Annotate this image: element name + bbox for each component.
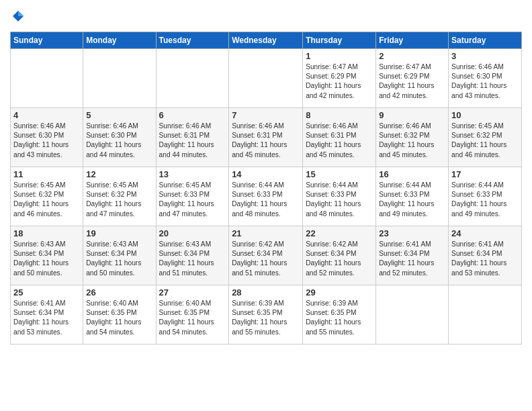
calendar-day-header: Sunday: [11, 32, 83, 48]
calendar-cell: 15Sunrise: 6:44 AM Sunset: 6:33 PM Dayli…: [303, 167, 376, 226]
calendar-cell: 27Sunrise: 6:40 AM Sunset: 6:35 PM Dayli…: [156, 285, 229, 344]
calendar-day-header: Monday: [83, 32, 156, 48]
day-info: Sunrise: 6:42 AM Sunset: 6:34 PM Dayligh…: [306, 240, 373, 278]
day-info: Sunrise: 6:42 AM Sunset: 6:34 PM Dayligh…: [232, 240, 300, 278]
calendar-cell: [83, 48, 156, 107]
day-number: 21: [232, 228, 300, 238]
day-info: Sunrise: 6:45 AM Sunset: 6:32 PM Dayligh…: [13, 181, 80, 219]
day-info: Sunrise: 6:45 AM Sunset: 6:32 PM Dayligh…: [451, 122, 519, 160]
day-number: 7: [232, 110, 300, 120]
day-number: 1: [306, 51, 373, 61]
day-number: 23: [379, 228, 445, 238]
day-info: Sunrise: 6:46 AM Sunset: 6:31 PM Dayligh…: [306, 122, 373, 160]
day-info: Sunrise: 6:40 AM Sunset: 6:35 PM Dayligh…: [159, 299, 226, 337]
day-number: 15: [306, 169, 373, 179]
day-info: Sunrise: 6:45 AM Sunset: 6:32 PM Dayligh…: [86, 181, 152, 219]
day-info: Sunrise: 6:46 AM Sunset: 6:30 PM Dayligh…: [451, 62, 519, 101]
calendar-cell: [11, 48, 83, 107]
calendar-cell: [449, 285, 522, 344]
day-info: Sunrise: 6:46 AM Sunset: 6:31 PM Dayligh…: [159, 122, 226, 160]
calendar-day-header: Tuesday: [156, 32, 229, 48]
day-number: 28: [232, 287, 300, 298]
calendar-cell: [229, 48, 303, 107]
day-info: Sunrise: 6:46 AM Sunset: 6:31 PM Dayligh…: [232, 122, 300, 160]
day-number: 14: [232, 169, 300, 179]
calendar-day-header: Friday: [376, 32, 449, 48]
day-number: 25: [13, 287, 80, 298]
calendar-cell: 9Sunrise: 6:46 AM Sunset: 6:32 PM Daylig…: [376, 107, 449, 167]
day-info: Sunrise: 6:46 AM Sunset: 6:32 PM Dayligh…: [379, 122, 445, 160]
day-number: 26: [86, 287, 152, 298]
calendar-cell: 2Sunrise: 6:47 AM Sunset: 6:29 PM Daylig…: [376, 48, 449, 107]
calendar-cell: 5Sunrise: 6:46 AM Sunset: 6:30 PM Daylig…: [83, 107, 156, 167]
day-info: Sunrise: 6:46 AM Sunset: 6:30 PM Dayligh…: [13, 122, 80, 160]
day-number: 16: [379, 169, 445, 179]
calendar-week-row: 4Sunrise: 6:46 AM Sunset: 6:30 PM Daylig…: [11, 107, 522, 167]
day-number: 9: [379, 110, 445, 120]
calendar-cell: 11Sunrise: 6:45 AM Sunset: 6:32 PM Dayli…: [11, 167, 83, 226]
day-number: 6: [159, 110, 226, 120]
calendar-week-row: 18Sunrise: 6:43 AM Sunset: 6:34 PM Dayli…: [11, 226, 522, 285]
page: SundayMondayTuesdayWednesdayThursdayFrid…: [0, 0, 532, 351]
calendar-cell: 21Sunrise: 6:42 AM Sunset: 6:34 PM Dayli…: [229, 226, 303, 285]
calendar-week-row: 11Sunrise: 6:45 AM Sunset: 6:32 PM Dayli…: [11, 167, 522, 226]
day-number: 27: [159, 287, 226, 298]
day-number: 10: [451, 110, 519, 120]
calendar-cell: 20Sunrise: 6:43 AM Sunset: 6:34 PM Dayli…: [156, 226, 229, 285]
calendar-header-row: SundayMondayTuesdayWednesdayThursdayFrid…: [11, 32, 522, 48]
calendar-cell: 29Sunrise: 6:39 AM Sunset: 6:35 PM Dayli…: [303, 285, 376, 344]
calendar-cell: 28Sunrise: 6:39 AM Sunset: 6:35 PM Dayli…: [229, 285, 303, 344]
calendar-cell: [156, 48, 229, 107]
calendar-cell: 7Sunrise: 6:46 AM Sunset: 6:31 PM Daylig…: [229, 107, 303, 167]
calendar-cell: 18Sunrise: 6:43 AM Sunset: 6:34 PM Dayli…: [11, 226, 83, 285]
day-info: Sunrise: 6:47 AM Sunset: 6:29 PM Dayligh…: [379, 62, 445, 101]
calendar-week-row: 25Sunrise: 6:41 AM Sunset: 6:34 PM Dayli…: [11, 285, 522, 344]
calendar-cell: 4Sunrise: 6:46 AM Sunset: 6:30 PM Daylig…: [11, 107, 83, 167]
header-area: [10, 7, 522, 26]
day-number: 13: [159, 169, 226, 179]
calendar-cell: 12Sunrise: 6:45 AM Sunset: 6:32 PM Dayli…: [83, 167, 156, 226]
calendar-day-header: Thursday: [303, 32, 376, 48]
calendar-cell: 24Sunrise: 6:41 AM Sunset: 6:34 PM Dayli…: [449, 226, 522, 285]
day-number: 3: [451, 51, 519, 61]
calendar-day-header: Wednesday: [229, 32, 303, 48]
day-number: 22: [306, 228, 373, 238]
calendar-cell: 17Sunrise: 6:44 AM Sunset: 6:33 PM Dayli…: [449, 167, 522, 226]
day-number: 8: [306, 110, 373, 120]
calendar-cell: 25Sunrise: 6:41 AM Sunset: 6:34 PM Dayli…: [11, 285, 83, 344]
day-number: 2: [379, 51, 445, 61]
calendar-cell: 6Sunrise: 6:46 AM Sunset: 6:31 PM Daylig…: [156, 107, 229, 167]
day-number: 18: [13, 228, 80, 238]
calendar-cell: 10Sunrise: 6:45 AM Sunset: 6:32 PM Dayli…: [449, 107, 522, 167]
day-info: Sunrise: 6:44 AM Sunset: 6:33 PM Dayligh…: [451, 181, 519, 219]
day-info: Sunrise: 6:43 AM Sunset: 6:34 PM Dayligh…: [86, 240, 152, 278]
day-info: Sunrise: 6:43 AM Sunset: 6:34 PM Dayligh…: [159, 240, 226, 278]
logo-icon: [11, 9, 25, 23]
day-number: 4: [13, 110, 80, 120]
day-number: 24: [451, 228, 519, 238]
day-info: Sunrise: 6:44 AM Sunset: 6:33 PM Dayligh…: [232, 181, 300, 219]
svg-marker-1: [18, 11, 24, 16]
calendar-cell: 26Sunrise: 6:40 AM Sunset: 6:35 PM Dayli…: [83, 285, 156, 344]
calendar-cell: 23Sunrise: 6:41 AM Sunset: 6:34 PM Dayli…: [376, 226, 449, 285]
day-number: 20: [159, 228, 226, 238]
calendar-cell: 13Sunrise: 6:45 AM Sunset: 6:33 PM Dayli…: [156, 167, 229, 226]
day-info: Sunrise: 6:44 AM Sunset: 6:33 PM Dayligh…: [379, 181, 445, 219]
calendar-cell: 3Sunrise: 6:46 AM Sunset: 6:30 PM Daylig…: [449, 48, 522, 107]
day-info: Sunrise: 6:45 AM Sunset: 6:33 PM Dayligh…: [159, 181, 226, 219]
calendar-day-header: Saturday: [449, 32, 522, 48]
calendar-cell: 14Sunrise: 6:44 AM Sunset: 6:33 PM Dayli…: [229, 167, 303, 226]
day-info: Sunrise: 6:40 AM Sunset: 6:35 PM Dayligh…: [86, 299, 152, 337]
logo-text: [10, 9, 25, 26]
calendar-cell: 1Sunrise: 6:47 AM Sunset: 6:29 PM Daylig…: [303, 48, 376, 107]
day-number: 19: [86, 228, 152, 238]
day-number: 5: [86, 110, 152, 120]
day-info: Sunrise: 6:41 AM Sunset: 6:34 PM Dayligh…: [379, 240, 445, 278]
calendar-cell: 19Sunrise: 6:43 AM Sunset: 6:34 PM Dayli…: [83, 226, 156, 285]
day-number: 11: [13, 169, 80, 179]
day-info: Sunrise: 6:39 AM Sunset: 6:35 PM Dayligh…: [232, 299, 300, 337]
day-info: Sunrise: 6:47 AM Sunset: 6:29 PM Dayligh…: [306, 62, 373, 101]
calendar-cell: 22Sunrise: 6:42 AM Sunset: 6:34 PM Dayli…: [303, 226, 376, 285]
day-info: Sunrise: 6:44 AM Sunset: 6:33 PM Dayligh…: [306, 181, 373, 219]
day-info: Sunrise: 6:39 AM Sunset: 6:35 PM Dayligh…: [306, 299, 373, 337]
